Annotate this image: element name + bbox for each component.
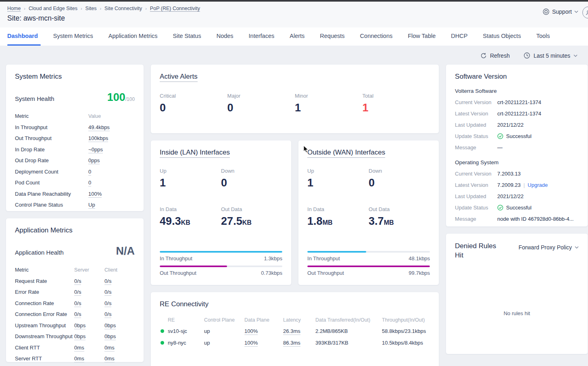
- metric-value: Up: [88, 202, 95, 209]
- table-row: Pod Count0: [15, 180, 135, 186]
- sv-row: Latest Versioncrt-20211221-1374: [455, 111, 579, 117]
- re-connectivity-title: RE Connectivity: [160, 300, 430, 308]
- success-check-icon: [497, 133, 503, 139]
- tab-application-metrics[interactable]: Application Metrics: [101, 27, 165, 46]
- system-metrics-title: System Metrics: [15, 73, 135, 81]
- latency-link: 86.3ms: [283, 340, 300, 347]
- dashboard-toolbar: Refresh Last 5 minutes: [0, 46, 588, 59]
- application-health-label: Application Health: [15, 249, 64, 256]
- page-title: Site: aws-mcn-site: [7, 14, 200, 23]
- wan-in-throughput-value: 48.1kbps: [409, 255, 430, 261]
- person-icon: [585, 9, 588, 16]
- tab-flow-table[interactable]: Flow Table: [400, 27, 443, 46]
- software-version-title: Software Version: [455, 73, 579, 81]
- sv-row: Update Status Successful: [455, 133, 579, 139]
- metric-value: 0: [88, 169, 91, 176]
- table-row: Out Throughput100kbps: [15, 135, 135, 141]
- table-row: Server RTT0ms0ms: [15, 356, 135, 362]
- lan-in-throughput-label: In Throughput: [160, 255, 192, 261]
- support-menu[interactable]: Support: [542, 8, 578, 15]
- tab-requests[interactable]: Requests: [312, 27, 352, 46]
- metric-value: 0pps: [88, 157, 100, 164]
- sv-row: Current Version7.2003.13: [455, 171, 579, 177]
- tab-dhcp[interactable]: DHCP: [443, 27, 475, 46]
- column-header-metric: Metric: [15, 113, 88, 119]
- metric-value: 0: [88, 180, 91, 186]
- time-range-label: Last 5 minutes: [534, 52, 570, 59]
- table-row: sv10-sjc up 100% 26.3ms 2.2MB/865KB 58.8…: [160, 325, 430, 337]
- alert-stat-minor: Minor 1: [295, 93, 363, 114]
- tab-connections[interactable]: Connections: [352, 27, 400, 46]
- table-row: Downstream Throughput0bps0bps: [15, 333, 135, 339]
- tab-site-status[interactable]: Site Status: [165, 27, 209, 46]
- breadcrumb-sites[interactable]: Sites: [85, 6, 97, 11]
- success-check-icon: [497, 205, 503, 211]
- lan-in-throughput-value: 1.3kbps: [264, 255, 283, 261]
- breadcrumb-site-connectivity[interactable]: Site Connectivity: [104, 6, 142, 11]
- active-alerts-title[interactable]: Active Alerts: [160, 73, 198, 82]
- table-row: Connection Rate0/s0/s: [15, 300, 135, 306]
- tab-nodes[interactable]: Nodes: [209, 27, 241, 46]
- refresh-icon: [480, 52, 487, 59]
- tab-status-objects[interactable]: Status Objects: [475, 27, 528, 46]
- metric-value: 100%: [88, 191, 102, 198]
- tab-tools[interactable]: Tools: [529, 27, 558, 46]
- refresh-label: Refresh: [490, 52, 510, 59]
- application-health-value: N/A: [116, 245, 135, 257]
- time-range-selector[interactable]: Last 5 minutes: [523, 52, 578, 59]
- column-header-value: Value: [88, 113, 135, 119]
- data-plane-link: 100%: [244, 328, 258, 335]
- column-header-metric: Metric: [15, 267, 74, 273]
- table-row: Data Plane Reachability100%: [15, 191, 135, 197]
- sv-row: Messagenode with ID 467928d0-86bb-4...: [455, 216, 579, 222]
- application-metrics-table: Metric Server Client Request Rate0/s0/s …: [15, 267, 135, 362]
- active-alerts-card: Active Alerts Critical 0 Major 0 Minor 1…: [150, 64, 439, 134]
- sv-row: Current Versioncrt-20211221-1374: [455, 99, 579, 105]
- lan-out-data-stat: Out Data 27.5KB: [221, 206, 282, 228]
- column-header-control-plane: Control Plane: [204, 317, 244, 323]
- tab-dashboard[interactable]: Dashboard: [7, 27, 46, 46]
- support-label: Support: [552, 8, 572, 15]
- alert-stat-total: Total 1: [363, 93, 430, 114]
- wan-interfaces-title[interactable]: Outside (WAN) Interfaces: [307, 148, 385, 158]
- breadcrumb-pop-re-connectivity[interactable]: PoP (RE) Connectivity: [150, 6, 200, 11]
- lan-interfaces-title[interactable]: Inside (LAN) Interfaces: [160, 148, 230, 158]
- tab-system-metrics[interactable]: System Metrics: [46, 27, 101, 46]
- system-health-label: System Health: [15, 95, 54, 102]
- sv-row: Latest Version 7.2009.23|Upgrade: [455, 182, 579, 188]
- table-row: Control Plane StatusUp: [15, 202, 135, 208]
- column-header-re: RE: [160, 317, 204, 323]
- table-row: Request Rate0/s0/s: [15, 278, 135, 284]
- refresh-button[interactable]: Refresh: [480, 52, 510, 59]
- system-health-value: 100/100: [107, 91, 135, 104]
- tab-alerts[interactable]: Alerts: [282, 27, 312, 46]
- denied-rules-title: Denied Rules Hit: [455, 242, 503, 260]
- breadcrumb-separator: ›: [100, 6, 101, 11]
- sv-row: Message—: [455, 144, 579, 151]
- tab-interfaces[interactable]: Interfaces: [241, 27, 282, 46]
- user-avatar[interactable]: [582, 6, 588, 19]
- application-metrics-title: Application Metrics: [15, 226, 135, 234]
- table-row: ny8-nyc up 100% 86.3ms 393KB/317KB 10.5k…: [160, 337, 430, 349]
- upgrade-link[interactable]: Upgrade: [528, 182, 548, 188]
- breadcrumb-home[interactable]: Home: [7, 6, 21, 11]
- metric-value: 49.4kbps: [88, 124, 110, 131]
- lan-in-data-stat: In Data 49.3KB: [160, 206, 221, 228]
- lan-out-throughput-label: Out Throughput: [160, 270, 196, 276]
- wan-up-stat: Up 1: [307, 168, 369, 189]
- denied-rules-policy-dropdown[interactable]: Forward Proxy Policy: [519, 244, 579, 251]
- lan-out-throughput-value: 0.73kbps: [261, 270, 282, 276]
- table-row: Connection Error Rate0/s0/s: [15, 311, 135, 317]
- sv-row: Update Status Successful: [455, 205, 579, 211]
- column-header-throughput: Throughput(In/Out): [382, 317, 430, 323]
- wan-out-data-stat: Out Data 3.7MB: [369, 206, 430, 228]
- clock-icon: [523, 52, 530, 59]
- breadcrumb-cloud-edge-sites[interactable]: Cloud and Edge Sites: [29, 6, 77, 11]
- wan-interfaces-card: Outside (WAN) Interfaces Up 1 Down 0 In …: [298, 140, 439, 285]
- chevron-down-icon: [573, 54, 578, 58]
- table-row: Deployment Count0: [15, 169, 135, 175]
- data-plane-link: 100%: [244, 340, 258, 347]
- sv-row: Last Updated2021/12/22: [455, 193, 579, 199]
- page-header: Home › Cloud and Edge Sites › Sites › Si…: [0, 2, 588, 27]
- system-metrics-card: System Metrics System Health 100/100 Met…: [6, 64, 144, 211]
